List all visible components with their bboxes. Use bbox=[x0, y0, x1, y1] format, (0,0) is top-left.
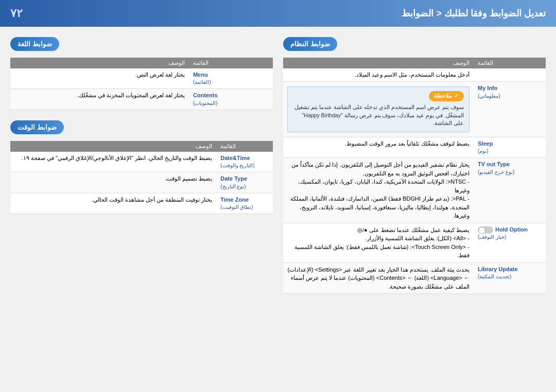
time-settings-table-wrapper: القائمة الوصف Date&Time (التاريخ والوقت)… bbox=[10, 141, 273, 214]
time-settings-label: ضوابط الوقت bbox=[10, 120, 64, 134]
datetype-sub: (نوع التاريخ) bbox=[220, 183, 269, 190]
datetime-item-cell: Date&Time (التاريخ والوقت) bbox=[216, 152, 273, 172]
language-col-item: القائمة bbox=[189, 58, 273, 68]
libraryupdate-label: Library Update bbox=[478, 265, 542, 273]
datetype-item-cell: Date Type (نوع التاريخ) bbox=[216, 172, 273, 193]
table-row-holdoption: Hold Option (خيار التوقف) يضبط كيفية عمل… bbox=[283, 223, 546, 262]
myinfo-sub: (معلوماتي) bbox=[478, 93, 542, 100]
table-row-timezone: Time Zone (نطاق التوقيت) يختار توقيت الم… bbox=[10, 193, 273, 213]
page-number: ٧٢ bbox=[10, 7, 23, 20]
tvout-sub: (نوع خرج الفيديو) bbox=[478, 169, 542, 176]
datetime-desc: يضبط الوقت والتاريخ الحالي. انظر "الإغلا… bbox=[10, 152, 216, 172]
language-settings-table-wrapper: القائمة الوصف Menu (القائمة) يختار لغة ل… bbox=[10, 58, 273, 110]
menu-sub: (القائمة) bbox=[193, 79, 269, 86]
system-table-header-row: القائمة الوصف bbox=[283, 58, 546, 68]
holdoption-sub: (خيار التوقف) bbox=[478, 234, 542, 241]
myinfo-note-text: سوف يتم عرض اسم المستخدم الذي تدخله على … bbox=[293, 103, 464, 128]
system-desc-intro: أدخل معلومات المستخدم، مثل الاسم وعيد ال… bbox=[283, 68, 474, 82]
tvout-desc: يختار نظام تشفير الفيديو من أجل التوصيل … bbox=[283, 158, 474, 223]
table-row-sleep: Sleep (نوم) يضبط لتوقف مشغّلك تلقائياً ب… bbox=[283, 137, 546, 158]
datetype-desc: يضبط تصميم الوقت. bbox=[10, 172, 216, 193]
contents-desc: يختار لغة لعرض المحتويات المخزنة في مشغّ… bbox=[10, 89, 189, 110]
myinfo-note-box: ✓ ملاحظة سوف يتم عرض اسم المستخدم الذي ت… bbox=[287, 86, 470, 132]
time-col-item: القائمة bbox=[216, 141, 273, 152]
myinfo-label: My Info bbox=[478, 84, 542, 92]
sleep-sub: (نوم) bbox=[478, 148, 542, 155]
datetime-sub: (التاريخ والوقت) bbox=[220, 162, 269, 169]
header-title: تعديل الضوابط وفقا لطلبك < الضوابط bbox=[402, 8, 546, 19]
table-row-myinfo: My Info (معلوماتي) ✓ ملاحظة bbox=[283, 82, 546, 137]
language-settings-table: القائمة الوصف Menu (القائمة) يختار لغة ل… bbox=[10, 58, 273, 110]
sleep-label: Sleep bbox=[478, 140, 542, 148]
table-row: أدخل معلومات المستخدم، مثل الاسم وعيد ال… bbox=[283, 68, 546, 82]
libraryupdate-sub: (تحديث المكتبة) bbox=[478, 273, 542, 280]
tvout-item-cell: TV out Type (نوع خرج الفيديو) bbox=[474, 158, 546, 223]
holdoption-item-cell: Hold Option (خيار التوقف) bbox=[474, 223, 546, 262]
time-col-desc: الوصف bbox=[10, 141, 216, 152]
system-item-blank bbox=[474, 68, 546, 82]
system-settings-column: ضوابط النظام القائمة الوصف أدخل مع bbox=[283, 37, 546, 300]
libraryupdate-desc: يحدث بيئة الملف. يستخدم هذا الخيار بعد ت… bbox=[283, 262, 474, 294]
timezone-sub: (نطاق التوقيت) bbox=[220, 204, 269, 211]
language-col-desc: الوصف bbox=[10, 58, 189, 68]
table-row-contents: Contents (المحتويات) يختار لغة لعرض المح… bbox=[10, 89, 273, 110]
page-header: تعديل الضوابط وفقا لطلبك < الضوابط ٧٢ bbox=[0, 0, 556, 27]
myinfo-desc-cell: ✓ ملاحظة سوف يتم عرض اسم المستخدم الذي ت… bbox=[283, 82, 474, 137]
system-col-desc: الوصف bbox=[283, 58, 474, 68]
time-settings-table: القائمة الوصف Date&Time (التاريخ والوقت)… bbox=[10, 141, 273, 214]
time-table-header-row: القائمة الوصف bbox=[10, 141, 273, 152]
system-col-item: القائمة bbox=[474, 58, 546, 68]
table-row-menu: Menu (القائمة) يختار لغة لعرض النص. bbox=[10, 68, 273, 89]
sleep-desc: يضبط لتوقف مشغّلك تلقائياً بعد مرور الوق… bbox=[283, 137, 474, 158]
timezone-desc: يختار توقيت المنطقة من أجل مشاهدة الوقت … bbox=[10, 193, 216, 213]
sleep-item-cell: Sleep (نوم) bbox=[474, 137, 546, 158]
libraryupdate-item-cell: Library Update (تحديث المكتبة) bbox=[474, 262, 546, 294]
datetype-label: Date Type bbox=[220, 175, 269, 183]
table-row-datetime: Date&Time (التاريخ والوقت) يضبط الوقت وا… bbox=[10, 152, 273, 172]
contents-item-cell: Contents (المحتويات) bbox=[189, 89, 273, 110]
table-row-tvout: TV out Type (نوع خرج الفيديو) يختار نظام… bbox=[283, 158, 546, 223]
datetime-label: Date&Time bbox=[220, 154, 269, 162]
page: تعديل الضوابط وفقا لطلبك < الضوابط ٧٢ ضو… bbox=[0, 0, 556, 392]
menu-desc: يختار لغة لعرض النص. bbox=[10, 68, 189, 89]
myinfo-item-cell: My Info (معلوماتي) bbox=[474, 82, 546, 137]
system-section-header-wrapper: ضوابط النظام bbox=[283, 37, 546, 55]
contents-sub: (المحتويات) bbox=[193, 100, 269, 107]
language-settings-label: ضوابط اللغة bbox=[10, 37, 59, 51]
tvout-label: TV out Type bbox=[478, 161, 542, 168]
note-label: ملاحظة bbox=[434, 92, 452, 100]
menu-label: Menu bbox=[193, 71, 269, 79]
contents-label: Contents bbox=[193, 92, 269, 99]
system-settings-table: القائمة الوصف أدخل معلومات المستخدم، مثل… bbox=[283, 58, 546, 294]
note-check-icon: ✓ bbox=[454, 92, 459, 100]
system-settings-table-wrapper: القائمة الوصف أدخل معلومات المستخدم، مثل… bbox=[283, 58, 546, 294]
timezone-label: Time Zone bbox=[220, 196, 269, 204]
timezone-item-cell: Time Zone (نطاق التوقيت) bbox=[216, 193, 273, 213]
holdoption-desc: يضبط كيفية عمل مشغّلك عندما تضغط على ●/◎… bbox=[283, 223, 474, 262]
language-section-header-wrapper: ضوابط اللغة bbox=[10, 37, 273, 55]
left-column: ضوابط اللغة القائمة الوصف Menu bbox=[10, 37, 273, 300]
menu-item-cell: Menu (القائمة) bbox=[189, 68, 273, 89]
note-badge: ✓ ملاحظة bbox=[429, 91, 464, 101]
time-section-header-wrapper: ضوابط الوقت bbox=[10, 120, 273, 138]
holdoption-label: Hold Option bbox=[495, 226, 542, 234]
table-row-datetype: Date Type (نوع التاريخ) يضبط تصميم الوقت… bbox=[10, 172, 273, 193]
holdoption-toggle-row: Hold Option bbox=[478, 226, 542, 234]
system-settings-label: ضوابط النظام bbox=[283, 37, 337, 51]
main-content: ضوابط النظام القائمة الوصف أدخل مع bbox=[0, 27, 556, 310]
toggle-icon bbox=[478, 226, 493, 234]
table-row-libraryupdate: Library Update (تحديث المكتبة) يحدث بيئة… bbox=[283, 262, 546, 294]
language-table-header-row: القائمة الوصف bbox=[10, 58, 273, 68]
